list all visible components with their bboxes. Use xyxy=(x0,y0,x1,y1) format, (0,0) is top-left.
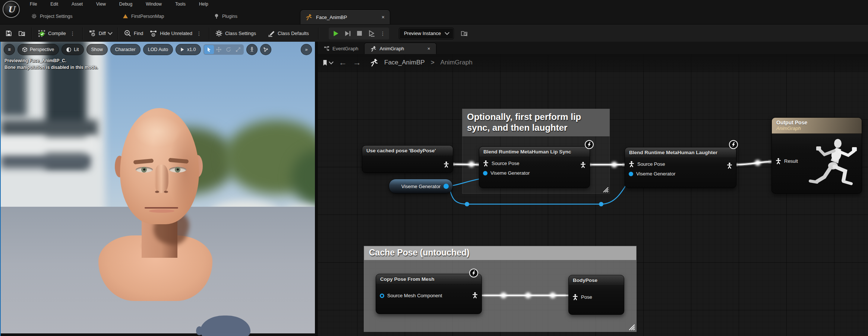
result-pin-row[interactable]: Result xyxy=(776,158,798,164)
forward-button[interactable]: → xyxy=(353,58,361,67)
close-icon[interactable]: × xyxy=(427,46,430,51)
show-button[interactable]: Show xyxy=(86,44,108,55)
left-eye xyxy=(136,167,153,172)
perspective-button[interactable]: Perspective xyxy=(18,44,59,55)
comment-title[interactable]: Optionally, first perform lip sync, and … xyxy=(462,109,610,136)
rotate-tool-button[interactable] xyxy=(224,45,233,54)
animgraph-runner-icon xyxy=(370,58,378,67)
class-defaults-button[interactable]: Class Defaults xyxy=(265,25,312,42)
comment-title[interactable]: Cache Pose (untouched) xyxy=(364,246,636,260)
preview-instance-dropdown[interactable]: Preview Instance xyxy=(399,28,454,39)
node-viseme-generator-variable[interactable]: Viseme Generator xyxy=(389,179,453,194)
perspective-label: Perspective xyxy=(30,47,54,52)
menu-help[interactable]: Help xyxy=(199,1,208,7)
pose-pin-icon xyxy=(572,294,578,300)
tab-animgraph[interactable]: AnimGraph × xyxy=(364,43,436,54)
tab-label: Project Settings xyxy=(40,14,73,19)
select-tool-button[interactable] xyxy=(204,45,214,54)
tab-eventgraph[interactable]: EventGraph xyxy=(318,43,364,54)
lit-sphere-icon xyxy=(66,47,71,52)
move-tool-button[interactable] xyxy=(214,45,224,54)
compile-button[interactable]: Compile ⋮ xyxy=(35,25,80,42)
preview-mesh-button[interactable] xyxy=(246,44,258,55)
menu-edit[interactable]: Edit xyxy=(50,1,58,7)
hide-unrelated-button[interactable]: Hide Unrelated ⋮ xyxy=(146,25,206,42)
sim-options-kebab-icon[interactable]: ⋮ xyxy=(379,31,387,37)
debug-browse-button[interactable] xyxy=(458,25,471,42)
viewport-building-band xyxy=(1,120,98,137)
panel-divider[interactable] xyxy=(315,42,318,336)
node-use-cached-pose[interactable]: Use cached pose 'BodyPose' xyxy=(362,145,453,173)
viseme-generator-pin-row[interactable]: Viseme Generator xyxy=(625,168,736,177)
viseme-output-pin[interactable] xyxy=(444,184,449,189)
source-mesh-pin-row[interactable]: Source Mesh Component xyxy=(376,285,482,299)
menu-asset[interactable]: Asset xyxy=(72,1,83,7)
lod-button[interactable]: LOD Auto xyxy=(143,44,173,55)
source-pose-pin-row[interactable]: Source Pose xyxy=(625,158,736,168)
pin-label: Source Pose xyxy=(492,161,519,166)
graph-canvas[interactable]: ← → Face_AnimBP > AnimGraph Optionally, … xyxy=(318,54,868,336)
node-output-pose[interactable]: Output Pose AnimGraph Result xyxy=(771,117,862,194)
breadcrumb-root[interactable]: Face_AnimBP xyxy=(384,59,425,66)
back-button[interactable]: ← xyxy=(339,58,347,67)
compile-options-kebab-icon[interactable]: ⋮ xyxy=(69,31,77,37)
level-warning-icon xyxy=(123,14,128,19)
expand-toolbar-button[interactable]: » xyxy=(301,44,312,55)
pose-pin-icon xyxy=(472,292,478,298)
menu-debug[interactable]: Debug xyxy=(119,1,132,7)
source-pose-pin-row[interactable]: Source Pose xyxy=(479,157,590,167)
pin-label: Viseme Generator xyxy=(490,170,530,176)
find-button[interactable]: Find xyxy=(121,25,146,42)
pose-output-pin[interactable] xyxy=(727,162,732,169)
fast-path-bolt-icon xyxy=(729,140,738,149)
attach-graph-button[interactable] xyxy=(260,44,271,55)
node-blend-laughter[interactable]: Blend Runtime MetaHuman Laughter Source … xyxy=(625,147,736,188)
viewport-menu-button[interactable]: ≡ xyxy=(4,44,15,55)
variable-label: Viseme Generator xyxy=(401,184,441,189)
nostril xyxy=(164,191,168,193)
pose-pin-row[interactable]: Pose xyxy=(569,286,624,301)
node-blend-lip-sync[interactable]: Blend Runtime MetaHuman Lip Sync Source … xyxy=(479,146,590,188)
browse-asset-button[interactable] xyxy=(15,25,29,42)
lit-button[interactable]: Lit xyxy=(61,44,83,55)
unreal-logo-icon[interactable]: U xyxy=(3,1,20,18)
folder-search-icon xyxy=(461,30,468,37)
stop-button[interactable] xyxy=(355,29,364,38)
bookmarks-button[interactable] xyxy=(322,60,333,66)
frame-skip-button[interactable] xyxy=(343,29,353,38)
tab-project-settings[interactable]: Project Settings xyxy=(31,8,73,24)
breadcrumb-current: AnimGraph xyxy=(441,59,473,66)
character-button[interactable]: Character xyxy=(110,44,141,55)
pose-output-pin[interactable] xyxy=(580,162,586,168)
menu-tools[interactable]: Tools xyxy=(175,1,186,7)
viseme-generator-pin-row[interactable]: Viseme Generator xyxy=(479,167,590,177)
tab-firstpersonmap[interactable]: FirstPersonMap xyxy=(123,8,164,24)
tab-face-animbp[interactable]: Face_AnimBP × xyxy=(300,10,390,24)
hide-unrelated-kebab-icon[interactable]: ⋮ xyxy=(195,31,203,37)
menu-window[interactable]: Window xyxy=(146,1,162,7)
close-icon[interactable]: × xyxy=(382,14,385,20)
node-copy-pose-from-mesh[interactable]: Copy Pose From Mesh Source Mesh Componen… xyxy=(376,274,482,314)
node-title: Blend Runtime MetaHuman Laughter xyxy=(625,148,736,158)
pose-output-pin[interactable] xyxy=(472,292,478,298)
mannequin-figure xyxy=(805,136,861,192)
play-to-button[interactable] xyxy=(367,29,376,38)
diff-button[interactable]: Diff xyxy=(86,25,115,42)
save-button[interactable] xyxy=(2,25,15,42)
pose-output-pin[interactable] xyxy=(444,161,449,168)
playback-speed-button[interactable]: x1.0 xyxy=(176,44,201,55)
tab-plugins[interactable]: Plugins xyxy=(214,8,237,24)
class-settings-button[interactable]: Class Settings xyxy=(212,25,259,42)
preview-viewport[interactable]: ≡ Perspective Lit Show Character xyxy=(0,42,315,336)
plugin-icon xyxy=(214,13,219,19)
node-body-pose-cache[interactable]: BodyPose Pose xyxy=(568,275,624,315)
menu-file[interactable]: File xyxy=(30,1,37,7)
diff-label: Diff xyxy=(99,31,106,36)
lower-lip xyxy=(149,209,174,213)
menu-view[interactable]: View xyxy=(96,1,106,7)
resize-grip-icon[interactable] xyxy=(628,323,635,330)
play-button[interactable] xyxy=(331,29,341,38)
mouth xyxy=(145,207,178,209)
resize-grip-icon[interactable] xyxy=(602,186,609,193)
scale-tool-button[interactable] xyxy=(233,45,243,54)
